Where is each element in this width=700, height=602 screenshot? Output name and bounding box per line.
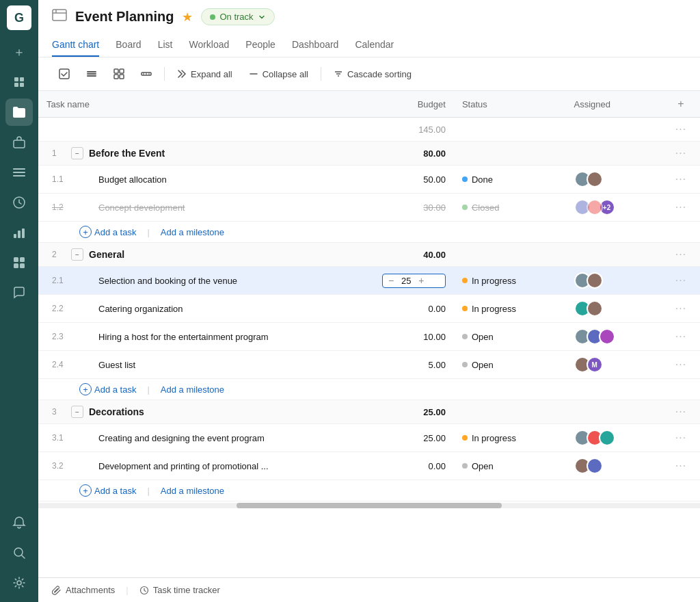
svg-rect-15 [20, 263, 25, 268]
svg-rect-28 [114, 75, 118, 79]
task-1-2-more-btn[interactable]: ··· [675, 201, 686, 213]
task-1-1-more-btn[interactable]: ··· [675, 173, 686, 185]
add-task-label-3: Add a task [94, 486, 136, 496]
briefcase-icon[interactable] [5, 129, 33, 156]
status-dot [210, 14, 215, 20]
task-2-2-assigned [566, 295, 662, 323]
task-3-1-more-btn[interactable]: ··· [675, 432, 686, 443]
bar-chart-icon[interactable] [5, 219, 33, 246]
group-row-1: 1 − Before the Event 80.00 ··· [38, 142, 700, 166]
attachments-btn[interactable]: Attachments [52, 585, 115, 595]
group-2-toggle[interactable]: − [71, 248, 83, 261]
avatar [599, 328, 615, 345]
add-milestone-btn-2[interactable]: Add a milestone [161, 384, 224, 395]
task-2-3-status: Open [454, 323, 566, 351]
budget-decrease-btn[interactable]: − [387, 276, 395, 285]
task-1-1-status: Done [454, 166, 566, 194]
task-3-2-budget[interactable]: 0.00 [374, 452, 454, 480]
task-2-1-more-btn[interactable]: ··· [675, 274, 686, 286]
group-1-toggle[interactable]: − [71, 147, 83, 159]
add-task-btn-2[interactable]: + Add a task [79, 383, 136, 395]
task-2-2-more-btn[interactable]: ··· [675, 302, 686, 314]
task-1-1-assigned [566, 166, 662, 194]
status-dot [462, 362, 468, 367]
svg-rect-22 [59, 69, 69, 79]
task-2-2-name-cell: 2.2 Catering organization [38, 295, 374, 323]
clock-icon[interactable] [5, 189, 33, 216]
summary-row: 145.00 ··· [38, 118, 700, 142]
svg-rect-19 [53, 10, 66, 21]
task-2-2-budget[interactable]: 0.00 [374, 295, 454, 323]
tab-gantt-chart[interactable]: Gantt chart [52, 34, 99, 57]
task-3-2-more-btn[interactable]: ··· [675, 460, 686, 471]
tab-list[interactable]: List [158, 34, 173, 57]
task-2-4-budget[interactable]: 5.00 [374, 351, 454, 379]
expand-all-btn[interactable]: Expand all [170, 65, 239, 83]
group-2-title: General [89, 249, 124, 260]
task-2-3-more-btn[interactable]: ··· [675, 330, 686, 342]
header: Event Planning ★ On track Gantt chart Bo… [38, 0, 700, 57]
settings-icon[interactable] [5, 569, 33, 597]
tab-people[interactable]: People [245, 34, 275, 57]
group-btn[interactable] [107, 64, 131, 83]
task-2-4-status-label: Open [472, 360, 494, 370]
svg-rect-0 [14, 77, 18, 81]
add-milestone-btn-3[interactable]: Add a milestone [161, 486, 224, 496]
add-icon[interactable]: ＋ [5, 38, 33, 66]
task-1-2-name-cell: 1.2 Concept development [38, 194, 374, 222]
grid-icon[interactable] [5, 249, 33, 276]
tab-calendar[interactable]: Calendar [355, 34, 394, 57]
scrollbar-thumb[interactable] [237, 503, 501, 508]
tab-board[interactable]: Board [116, 34, 141, 57]
group-3-more-btn[interactable]: ··· [675, 406, 686, 417]
task-1-1-budget[interactable]: 50.00 [374, 166, 454, 194]
status-dot [462, 435, 468, 441]
group-row-3: 3 − Decorations 25.00 ··· [38, 400, 700, 424]
task-1-2-status-label: Closed [472, 202, 499, 213]
svg-rect-27 [120, 69, 124, 73]
summary-more-btn[interactable]: ··· [675, 123, 686, 135]
task-1-2-budget[interactable]: 30.00 [374, 194, 454, 222]
svg-rect-11 [22, 228, 25, 238]
bell-icon[interactable] [5, 509, 33, 536]
task-2-1-budget[interactable]: − 25 + [374, 267, 454, 295]
chat-icon[interactable] [5, 279, 33, 306]
attachments-label: Attachments [66, 585, 115, 595]
timeline-btn[interactable] [79, 64, 104, 83]
tab-workload[interactable]: Workload [189, 34, 229, 57]
timeline-scale-btn[interactable] [134, 64, 159, 83]
task-1-1-num: 1.1 [52, 174, 71, 184]
svg-rect-1 [20, 77, 24, 81]
tabs: Gantt chart Board List Workload People D… [52, 34, 686, 57]
home-icon[interactable] [5, 68, 33, 96]
menu-icon[interactable] [5, 159, 33, 186]
checkbox-toggle-btn[interactable] [52, 64, 77, 83]
app-logo[interactable]: G [7, 5, 31, 30]
folder-icon[interactable] [5, 99, 33, 126]
group-3-toggle[interactable]: − [71, 406, 83, 418]
cascade-sorting-btn[interactable]: Cascade sorting [327, 65, 418, 83]
separator: | [147, 486, 149, 496]
task-2-4-more-btn[interactable]: ··· [675, 358, 686, 370]
task-2-1-name: Selection and booking of the venue [98, 276, 237, 286]
add-task-btn-1[interactable]: + Add a task [79, 226, 136, 238]
project-title: Event Planning [75, 9, 174, 25]
group-2-more-btn[interactable]: ··· [675, 248, 686, 260]
group-1-more-btn[interactable]: ··· [675, 147, 686, 159]
add-milestone-btn-1[interactable]: Add a milestone [161, 227, 224, 237]
status-badge[interactable]: On track [201, 8, 274, 25]
task-time-tracker-btn[interactable]: Task time tracker [139, 585, 220, 595]
add-task-btn-3[interactable]: + Add a task [79, 484, 136, 497]
search-icon[interactable] [5, 539, 33, 566]
task-3-1-budget[interactable]: 25.00 [374, 424, 454, 452]
task-2-1-status: In progress [454, 267, 566, 295]
budget-increase-btn[interactable]: + [417, 276, 425, 285]
status-dot [462, 205, 468, 210]
task-2-3-budget[interactable]: 10.00 [374, 323, 454, 351]
horizontal-scrollbar[interactable] [38, 503, 700, 508]
tab-dashboard[interactable]: Dashboard [292, 34, 339, 57]
star-icon[interactable]: ★ [182, 10, 193, 25]
add-column-btn[interactable]: + [662, 91, 700, 118]
collapse-all-btn[interactable]: Collapse all [242, 65, 315, 83]
task-time-tracker-label: Task time tracker [153, 585, 220, 595]
